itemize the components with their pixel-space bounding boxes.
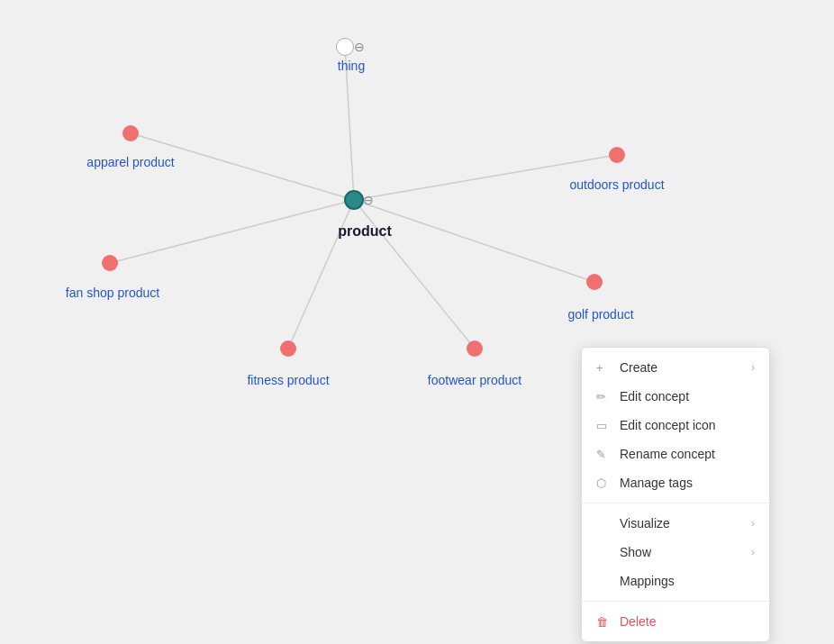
menu-icon-edit-icon: ▭ <box>596 419 611 432</box>
menu-icon-rename: ✎ <box>596 448 611 461</box>
collapse-icon-thing[interactable]: ⊖ <box>354 40 365 54</box>
menu-item-label-edit-concept: Edit concept <box>620 389 689 404</box>
menu-item-edit-concept[interactable]: ✏Edit concept <box>582 382 769 411</box>
svg-line-6 <box>354 200 475 349</box>
node-label-footwear[interactable]: footwear product <box>428 373 521 387</box>
menu-item-label-edit-icon: Edit concept icon <box>620 418 716 432</box>
menu-arrow-create: › <box>751 361 755 374</box>
menu-item-rename[interactable]: ✎Rename concept <box>582 440 769 468</box>
menu-item-mappings[interactable]: Mappings <box>582 567 769 595</box>
node-label-fanshop[interactable]: fan shop product <box>66 286 159 300</box>
menu-item-delete[interactable]: 🗑Delete <box>582 607 769 636</box>
node-label-product[interactable]: product <box>338 223 392 240</box>
node-dot-fanshop[interactable] <box>102 255 118 271</box>
menu-arrow-visualize: › <box>751 517 755 530</box>
menu-item-edit-icon[interactable]: ▭Edit concept icon <box>582 411 769 440</box>
menu-item-visualize[interactable]: Visualize› <box>582 509 769 538</box>
menu-item-label-manage-tags: Manage tags <box>620 476 693 490</box>
svg-line-4 <box>354 200 594 282</box>
menu-item-label-mappings: Mappings <box>620 574 675 588</box>
delete-icon: 🗑 <box>596 615 611 629</box>
menu-divider-divider2 <box>582 601 769 602</box>
menu-item-label-visualize: Visualize <box>620 516 670 531</box>
node-dot-golf[interactable] <box>586 274 603 290</box>
node-label-outdoors[interactable]: outdoors product <box>569 177 664 192</box>
menu-item-create[interactable]: +Create› <box>582 353 769 382</box>
node-label-fitness[interactable]: fitness product <box>247 373 329 387</box>
node-dot-thing[interactable] <box>336 38 354 56</box>
menu-icon-create: + <box>596 361 611 375</box>
node-dot-fitness[interactable] <box>280 340 296 357</box>
menu-item-label-rename: Rename concept <box>620 447 715 461</box>
node-label-thing[interactable]: thing <box>338 59 365 73</box>
node-label-apparel[interactable]: apparel product <box>86 155 174 169</box>
node-dot-product[interactable] <box>344 190 364 210</box>
svg-line-5 <box>288 200 354 349</box>
menu-item-label-delete: Delete <box>620 614 656 629</box>
menu-divider-divider1 <box>582 503 769 503</box>
menu-icon-edit-concept: ✏ <box>596 390 611 404</box>
menu-item-show[interactable]: Show› <box>582 538 769 567</box>
node-dot-outdoors[interactable] <box>609 147 625 163</box>
node-label-golf[interactable]: golf product <box>567 307 633 322</box>
menu-icon-manage-tags: ⬡ <box>596 476 611 490</box>
menu-item-label-create: Create <box>620 360 657 375</box>
node-dot-footwear[interactable] <box>467 340 483 357</box>
menu-item-label-show: Show <box>620 545 651 559</box>
menu-arrow-show: › <box>751 546 755 558</box>
collapse-icon-product[interactable]: ⊖ <box>363 193 374 207</box>
context-menu[interactable]: +Create›✏Edit concept▭Edit concept icon✎… <box>581 347 770 642</box>
menu-item-manage-tags[interactable]: ⬡Manage tags <box>582 468 769 497</box>
node-dot-apparel[interactable] <box>122 125 139 141</box>
svg-line-3 <box>110 200 354 263</box>
